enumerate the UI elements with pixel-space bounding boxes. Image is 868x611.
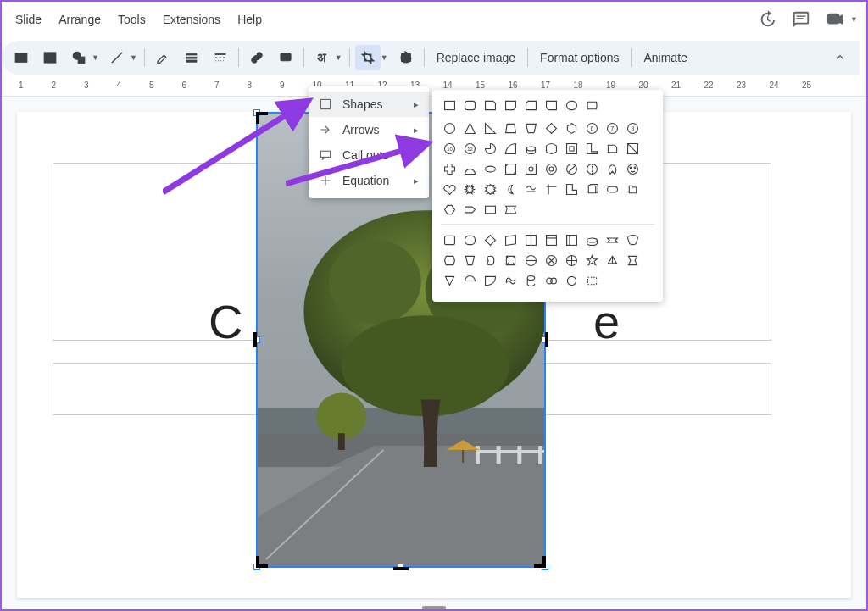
shape-option[interactable]: [583, 97, 601, 114]
shape-option[interactable]: [461, 201, 479, 219]
shape-option[interactable]: [563, 140, 581, 158]
text-language-tool[interactable]: अ: [309, 45, 335, 70]
border-weight-tool[interactable]: [179, 45, 204, 70]
shape-option[interactable]: [461, 231, 479, 249]
shape-option[interactable]: [624, 140, 642, 158]
shape-option[interactable]: [441, 252, 459, 269]
shape-option[interactable]: [624, 181, 642, 198]
textbox-tool[interactable]: [8, 45, 34, 70]
shape-caret-icon[interactable]: ▼: [92, 53, 103, 62]
speaker-notes-handle[interactable]: [422, 606, 446, 610]
shape-option[interactable]: [542, 140, 560, 158]
shape-option[interactable]: [563, 252, 581, 269]
history-icon[interactable]: [750, 3, 784, 36]
shape-option[interactable]: [604, 252, 621, 269]
border-dash-tool[interactable]: [208, 45, 233, 70]
shape-option[interactable]: [481, 160, 499, 178]
shape-option[interactable]: [502, 201, 520, 219]
shape-option[interactable]: [563, 160, 581, 178]
present-icon[interactable]: [818, 3, 852, 36]
crop-caret-icon[interactable]: ▼: [381, 53, 392, 62]
shape-option[interactable]: [481, 201, 499, 219]
image-tool[interactable]: [37, 45, 63, 70]
shape-option[interactable]: [441, 272, 459, 290]
comment-tool[interactable]: [273, 45, 298, 70]
shape-option[interactable]: [542, 160, 560, 178]
shape-option[interactable]: [441, 97, 459, 114]
shape-option[interactable]: 8: [624, 119, 642, 137]
shape-option[interactable]: [624, 231, 642, 249]
shape-tool[interactable]: [66, 45, 92, 70]
shape-option[interactable]: [563, 119, 581, 137]
shape-option[interactable]: [583, 231, 601, 249]
shape-option[interactable]: [461, 119, 479, 137]
shape-option[interactable]: [563, 97, 581, 114]
shape-option[interactable]: [481, 231, 499, 249]
shape-option[interactable]: [522, 181, 540, 198]
reset-image-tool[interactable]: [393, 45, 419, 70]
shape-option[interactable]: [441, 201, 459, 219]
line-caret-icon[interactable]: ▼: [130, 53, 141, 62]
crop-handle[interactable]: [253, 332, 257, 347]
shape-option[interactable]: [583, 252, 601, 269]
shape-option[interactable]: [481, 140, 499, 158]
menu-extensions[interactable]: Extensions: [154, 6, 229, 33]
shape-option[interactable]: [502, 231, 520, 249]
shape-option[interactable]: [522, 119, 540, 137]
shape-option[interactable]: [563, 272, 581, 290]
shape-option[interactable]: [502, 140, 520, 158]
comment-icon[interactable]: [784, 3, 818, 36]
menu-tools[interactable]: Tools: [109, 6, 154, 33]
shape-option[interactable]: [522, 160, 540, 178]
shape-option[interactable]: [481, 181, 499, 198]
shape-option[interactable]: [502, 97, 520, 114]
crop-handle[interactable]: [545, 332, 548, 347]
shape-option[interactable]: [624, 160, 642, 178]
link-tool[interactable]: [244, 45, 270, 70]
shape-option[interactable]: [542, 97, 560, 114]
shape-option[interactable]: 7: [604, 119, 621, 137]
border-color-tool[interactable]: [150, 45, 175, 70]
shape-option[interactable]: [563, 231, 581, 249]
shape-option[interactable]: [461, 252, 479, 269]
shape-option[interactable]: [481, 119, 499, 137]
shape-option[interactable]: [583, 181, 601, 198]
shape-option[interactable]: [604, 160, 621, 178]
collapse-toolbar-icon[interactable]: [827, 45, 853, 70]
menu-arrange[interactable]: Arrange: [50, 6, 109, 33]
line-tool[interactable]: [104, 45, 130, 70]
shape-option[interactable]: [461, 181, 479, 198]
crop-handle[interactable]: [393, 567, 409, 570]
shape-option[interactable]: [583, 140, 601, 158]
shape-option[interactable]: [522, 252, 540, 269]
shape-option[interactable]: [522, 272, 540, 290]
crop-tool[interactable]: [355, 45, 381, 70]
shape-option[interactable]: [542, 272, 560, 290]
shape-option[interactable]: [522, 231, 540, 249]
shape-option[interactable]: [441, 231, 459, 249]
shape-option[interactable]: [461, 272, 479, 290]
shape-option[interactable]: 12: [461, 140, 479, 158]
lang-caret-icon[interactable]: ▼: [335, 53, 346, 62]
menu-slide[interactable]: Slide: [7, 6, 50, 33]
menu-help[interactable]: Help: [229, 6, 270, 33]
shape-option[interactable]: [604, 140, 621, 158]
present-caret-icon[interactable]: ▼: [850, 15, 861, 24]
shape-option[interactable]: 6: [583, 119, 601, 137]
replace-image-button[interactable]: Replace image: [428, 51, 524, 64]
shape-option[interactable]: [522, 140, 540, 158]
shape-option[interactable]: [583, 160, 601, 178]
shape-option[interactable]: [542, 231, 560, 249]
shape-option[interactable]: [542, 119, 560, 137]
animate-button[interactable]: Animate: [635, 51, 695, 64]
shape-option[interactable]: [461, 160, 479, 178]
shape-option[interactable]: [502, 272, 520, 290]
shape-option[interactable]: [542, 252, 560, 269]
shape-option[interactable]: [604, 231, 621, 249]
format-options-button[interactable]: Format options: [531, 51, 627, 64]
shape-option[interactable]: [502, 252, 520, 269]
shape-option[interactable]: [604, 181, 621, 198]
shape-option[interactable]: [481, 252, 499, 269]
shape-option[interactable]: [563, 181, 581, 198]
shape-option[interactable]: [481, 272, 499, 290]
